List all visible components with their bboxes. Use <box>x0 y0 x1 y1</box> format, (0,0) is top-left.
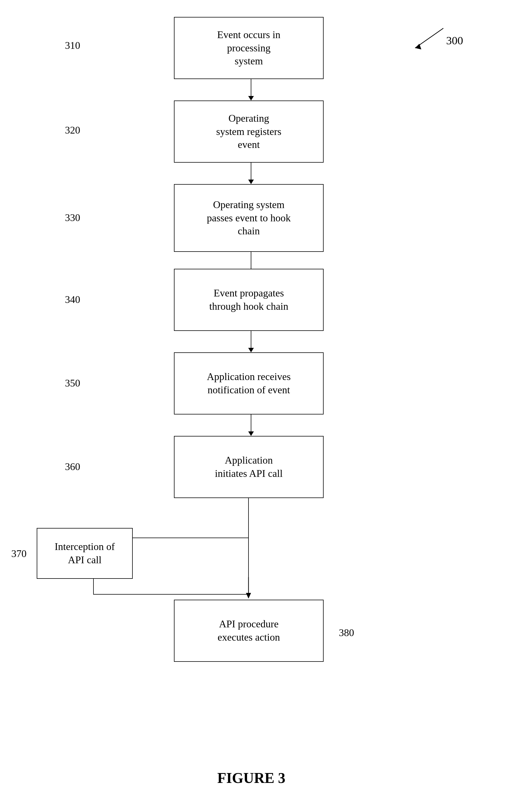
box-370: Interception ofAPI call <box>37 528 133 579</box>
label-320: 320 <box>65 124 80 136</box>
hline-from-370-bottom <box>93 594 248 595</box>
box-340: Event propagatesthrough hook chain <box>174 269 324 331</box>
box-350-text: Application receivesnotification of even… <box>207 370 291 397</box>
label-360: 360 <box>65 461 80 473</box>
box-350: Application receivesnotification of even… <box>174 352 324 415</box>
svg-marker-3 <box>246 593 251 599</box>
label-330: 330 <box>65 212 80 224</box>
box-380: API procedureexecutes action <box>174 600 324 662</box>
box-370-text: Interception ofAPI call <box>55 540 115 567</box>
figure-label: FIGURE 3 <box>164 770 339 786</box>
box-360-text: Applicationinitiates API call <box>215 454 283 480</box>
label-370: 370 <box>11 548 27 560</box>
label-340: 340 <box>65 294 80 305</box>
box-320: Operatingsystem registersevent <box>174 100 324 163</box>
box-330: Operating systempasses event to hookchai… <box>174 184 324 252</box>
label-350: 350 <box>65 377 80 389</box>
arrow-310-320 <box>248 79 254 100</box>
diagram-container: 300 Event occurs inprocessingsystem 310 … <box>0 0 508 812</box>
box-320-text: Operatingsystem registersevent <box>216 112 282 151</box>
arrow-350-360 <box>248 415 254 436</box>
box-310-text: Event occurs inprocessingsystem <box>217 28 281 68</box>
box-380-text: API procedureexecutes action <box>218 617 280 644</box>
label-380: 380 <box>339 627 354 639</box>
arrow-320-330 <box>248 163 254 184</box>
box-360: Applicationinitiates API call <box>174 436 324 498</box>
box-330-text: Operating systempasses event to hookchai… <box>207 198 291 238</box>
box-340-text: Event propagatesthrough hook chain <box>209 287 288 313</box>
arrow-340-350 <box>248 331 254 352</box>
box-310: Event occurs inprocessingsystem <box>174 17 324 79</box>
ref-300-arrow <box>404 23 455 51</box>
arrow-to-380 <box>243 577 254 600</box>
label-310: 310 <box>65 40 80 51</box>
